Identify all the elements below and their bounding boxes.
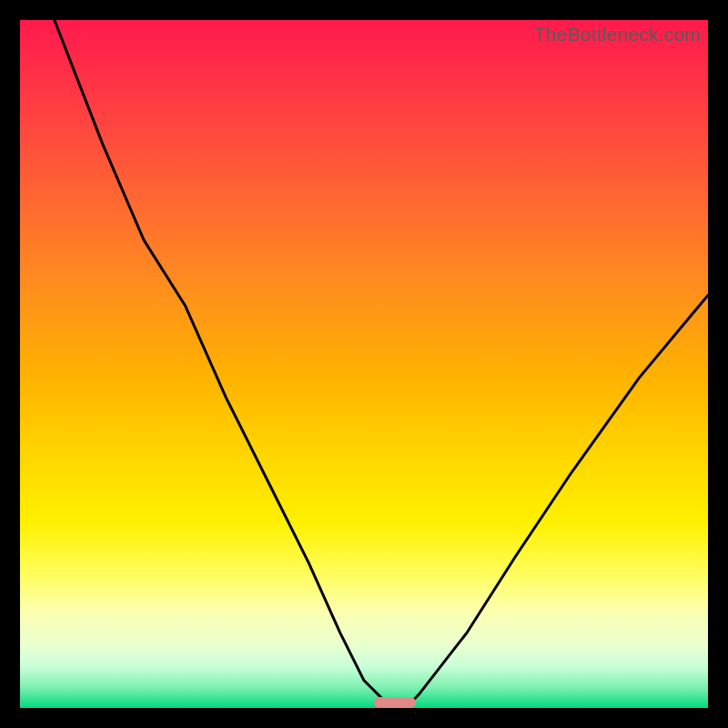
curve-path	[55, 20, 708, 708]
optimal-marker	[374, 697, 415, 708]
chart-frame: TheBottleneck.com	[0, 0, 728, 728]
bottleneck-curve	[20, 20, 708, 708]
plot-area: TheBottleneck.com	[20, 20, 708, 708]
